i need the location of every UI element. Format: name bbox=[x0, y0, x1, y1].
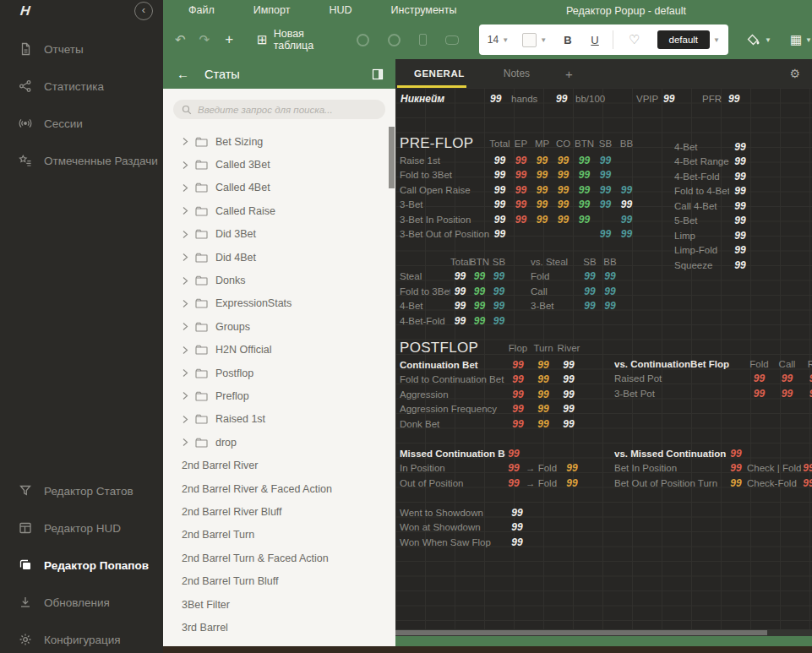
tree-stat-item[interactable]: 2nd Barrel Turn Bluff bbox=[163, 569, 395, 592]
stat-row[interactable]: Went to Showdown99 bbox=[395, 505, 529, 520]
tree-stat-item[interactable]: 2nd Barrel River Bluff bbox=[163, 500, 395, 523]
menu-tools[interactable]: Инструменты bbox=[391, 4, 457, 16]
dock-panel-icon[interactable] bbox=[372, 68, 384, 80]
stat-row[interactable]: Fold to 3Bet999999999999 bbox=[395, 168, 637, 183]
vertical-scrollbar-thumb[interactable] bbox=[389, 127, 395, 188]
sidebar-item-reports[interactable]: Отчеты bbox=[0, 30, 163, 68]
stat-row[interactable]: Continuation Bet999999 bbox=[395, 357, 581, 373]
stat-row[interactable]: 3-Bet In Position999999999999 bbox=[395, 212, 637, 227]
menu-import[interactable]: Импорт bbox=[253, 4, 291, 16]
popup-settings-gear-icon[interactable]: ⚙ bbox=[789, 67, 800, 80]
tree-folder-item[interactable]: H2N Official bbox=[163, 339, 395, 362]
stat-row[interactable]: Aggression Frequency999999 bbox=[395, 402, 581, 417]
stat-row[interactable]: Bet In Position99Check | Fold99 bbox=[614, 461, 812, 476]
stat-row[interactable]: 4-Bet999999 bbox=[395, 299, 509, 314]
stat-row[interactable]: Fold to Continuation Bet999999 bbox=[395, 373, 581, 388]
tree-folder-item[interactable]: Called 3Bet bbox=[163, 153, 395, 176]
tree-folder-item[interactable]: Did 4Bet bbox=[163, 246, 395, 269]
new-table-button[interactable]: ⊞ Новая таблица bbox=[257, 28, 338, 52]
sidebar-item-configuration[interactable]: Конфигурация bbox=[0, 621, 163, 653]
collapse-sidebar-button[interactable]: ‹ bbox=[134, 2, 153, 20]
tree-stat-item[interactable]: 3rd Barrel bbox=[163, 616, 395, 639]
font-color-swatch[interactable] bbox=[522, 33, 537, 47]
tree-stat-item[interactable]: 2nd Barrel River bbox=[163, 454, 395, 476]
stat-row[interactable]: Won When Saw Flop99 bbox=[395, 535, 529, 550]
menu-file[interactable]: Файл bbox=[188, 4, 215, 16]
popup-grid-canvas[interactable]: Никнейм 99 hands 99 bb/100 VPIP 99 PFR 9… bbox=[395, 88, 812, 629]
sidebar-item-stat-editor[interactable]: Редактор Статов bbox=[0, 472, 163, 509]
stat-row[interactable]: 4-Bet-Fold999999 bbox=[395, 313, 509, 329]
add-tab-button[interactable]: + bbox=[565, 67, 573, 81]
stat-row[interactable]: Fold9999 bbox=[531, 269, 620, 285]
player-header-row[interactable]: Никнейм 99 hands 99 bb/100 VPIP 99 PFR 9… bbox=[395, 91, 812, 106]
font-size-select[interactable]: 14 bbox=[488, 34, 499, 46]
stat-sublabel: → Fold bbox=[522, 478, 561, 488]
stat-row[interactable]: 3-Bet99999999999999 bbox=[395, 198, 637, 213]
stat-row[interactable]: Call9999 bbox=[531, 284, 620, 299]
tree-folder-item[interactable]: Called Raise bbox=[163, 199, 395, 222]
stat-row[interactable]: Limp-Fold99 bbox=[674, 243, 751, 258]
menu-hud[interactable]: HUD bbox=[329, 4, 352, 16]
stat-row[interactable]: Limp99 bbox=[674, 228, 751, 243]
stat-row[interactable]: 3-Bet9999 bbox=[531, 299, 620, 314]
stat-row[interactable]: Won at Showdown99 bbox=[395, 520, 529, 536]
borders-button[interactable]: ▦ ▼ bbox=[790, 32, 812, 47]
underline-button[interactable]: U bbox=[589, 34, 601, 46]
tree-stat-item[interactable]: 3Bet Filter bbox=[163, 593, 395, 616]
bold-button[interactable]: B bbox=[562, 34, 574, 46]
stats-search-input[interactable]: Введите запрос для поиска... bbox=[173, 100, 385, 119]
stat-row[interactable]: Call 4-Bet99 bbox=[674, 199, 751, 214]
tree-folder-item[interactable]: Donks bbox=[163, 269, 395, 291]
sidebar-item-hud-editor[interactable]: Редактор HUD bbox=[0, 509, 163, 547]
add-icon[interactable]: + bbox=[225, 31, 233, 48]
stat-row[interactable]: Call Open Raise99999999999999 bbox=[395, 182, 637, 198]
fill-color-button[interactable]: ▼ bbox=[747, 34, 771, 46]
sidebar-item-statistics[interactable]: Статистика bbox=[0, 68, 163, 105]
stat-row[interactable]: Fold to 4-Bet99 bbox=[674, 184, 751, 199]
sidebar-item-popup-editor[interactable]: Редактор Попапов bbox=[0, 547, 163, 584]
back-arrow-icon[interactable]: ← bbox=[177, 67, 189, 81]
redo-icon[interactable]: ↷ bbox=[199, 32, 210, 47]
sidebar-item-marked-hands[interactable]: Отмеченные Раздачи bbox=[0, 142, 163, 179]
tree-folder-item[interactable]: Called 4Bet bbox=[163, 177, 395, 199]
tree-folder-item[interactable]: Bet Sizing bbox=[163, 130, 395, 153]
horizontal-scrollbar[interactable] bbox=[395, 629, 812, 636]
stat-row[interactable]: In Position99→ Fold99 bbox=[395, 461, 583, 476]
stat-row[interactable]: 3-Bet Pot999999 bbox=[614, 386, 812, 401]
stat-row[interactable]: Raise 1st999999999999 bbox=[395, 153, 637, 168]
caret-down-icon[interactable]: ▼ bbox=[713, 36, 720, 44]
tree-stat-item[interactable]: 2nd Barrel Turn & Faced Action bbox=[163, 547, 395, 569]
tree-folder-item[interactable]: Groups bbox=[163, 315, 395, 338]
stat-row[interactable]: Donk Bet999999 bbox=[395, 416, 581, 432]
undo-icon[interactable]: ↶ bbox=[175, 32, 186, 47]
tree-stat-item[interactable]: 2nd Barrel River & Faced Action bbox=[163, 477, 395, 500]
stat-row[interactable]: 3-Bet Out of Position999999 bbox=[395, 227, 637, 242]
tab-general[interactable]: GENERAL bbox=[414, 68, 465, 79]
stat-row[interactable]: Squeeze99 bbox=[674, 258, 751, 273]
stat-row[interactable]: Aggression999999 bbox=[395, 387, 581, 402]
stat-row[interactable]: 5-Bet99 bbox=[674, 214, 751, 229]
horizontal-scrollbar-thumb[interactable] bbox=[395, 630, 767, 635]
stat-row[interactable]: 4-Bet-Fold99 bbox=[674, 169, 751, 184]
tree-folder-item[interactable]: Postflop bbox=[163, 362, 395, 384]
stat-row[interactable]: Out of Position99→ Fold99 bbox=[395, 476, 583, 491]
tree-folder-item[interactable]: Raised 1st bbox=[163, 408, 395, 431]
tree-folder-item[interactable]: Did 3Bet bbox=[163, 223, 395, 246]
stat-row[interactable]: 4-Bet99 bbox=[674, 139, 751, 155]
style-preset-button[interactable]: default bbox=[657, 30, 711, 49]
tab-notes[interactable]: Notes bbox=[504, 68, 530, 79]
tree-folder-item[interactable]: ExpressionStats bbox=[163, 292, 395, 315]
stat-row[interactable]: Bet Out of Position Turn99Check-Fold99 bbox=[614, 476, 812, 491]
stat-row[interactable]: Fold to 3Bet999999 bbox=[395, 284, 509, 299]
tree-folder-item[interactable]: drop bbox=[163, 431, 395, 454]
stat-row[interactable]: Missed Continuation Bet99 bbox=[395, 446, 583, 461]
sidebar-item-updates[interactable]: Обновления bbox=[0, 584, 163, 621]
stat-row[interactable]: Raised Pot999999 bbox=[614, 372, 812, 387]
stat-row[interactable]: Steal999999 bbox=[395, 269, 509, 285]
sidebar-item-sessions[interactable]: Сессии bbox=[0, 105, 163, 142]
stat-row[interactable]: 4-Bet Range99 bbox=[674, 155, 751, 170]
stat-row[interactable]: vs. Missed Continuation Bet99 bbox=[614, 446, 812, 461]
heart-icon[interactable]: ♡ bbox=[629, 32, 640, 47]
tree-folder-item[interactable]: Preflop bbox=[163, 384, 395, 407]
tree-stat-item[interactable]: 2nd Barrel Turn bbox=[163, 524, 395, 547]
